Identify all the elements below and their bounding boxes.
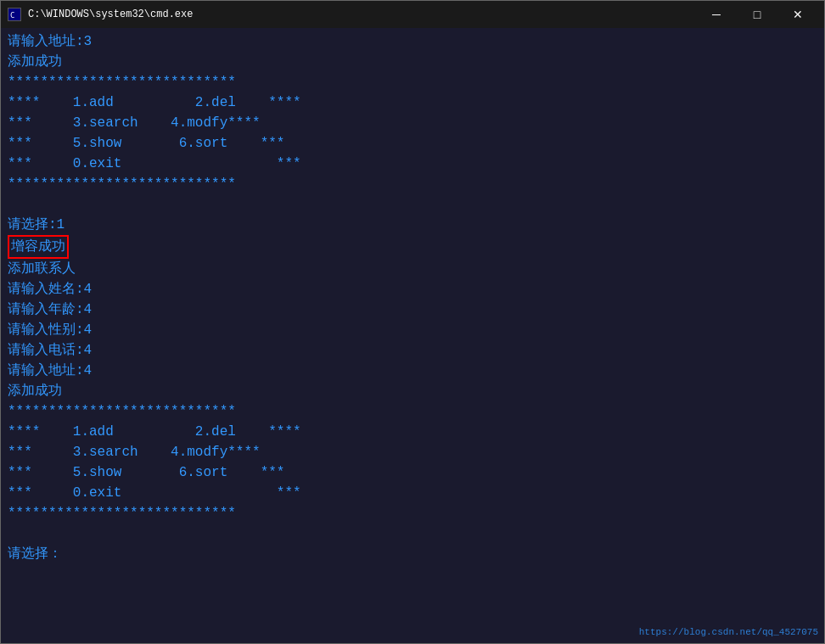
- watermark: https://blog.csdn.net/qq_4527075: [639, 627, 818, 637]
- content-area: 请输入地址:3 添加成功 ***************************…: [1, 28, 824, 643]
- line-20: *** 5.show 6.sort ***: [8, 465, 284, 480]
- line-15: 请输入地址:4: [8, 363, 92, 378]
- line-11: 请输入姓名:4: [8, 282, 92, 297]
- cmd-icon: C: [8, 8, 21, 21]
- line-17: ****************************: [8, 404, 236, 419]
- line-4: **** 1.add 2.del ****: [8, 95, 301, 110]
- line-18: **** 1.add 2.del ****: [8, 424, 301, 440]
- cmd-window: C C:\WINDOWS\system32\cmd.exe ─ □ ✕ 请输入地…: [0, 0, 825, 644]
- maximize-button[interactable]: □: [738, 1, 777, 28]
- minimize-button[interactable]: ─: [697, 1, 736, 28]
- window-controls: ─ □ ✕: [697, 1, 817, 28]
- line-5: *** 3.search 4.modfy****: [8, 115, 261, 131]
- line-21: *** 0.exit ***: [8, 485, 301, 501]
- highlight-zengrong: 增容成功: [8, 235, 69, 259]
- line-16: 添加成功: [8, 384, 62, 399]
- line-1: 请输入地址:3: [8, 34, 92, 49]
- svg-text:C: C: [10, 11, 14, 20]
- line-22: ****************************: [8, 506, 236, 521]
- close-button[interactable]: ✕: [778, 1, 817, 28]
- line-14: 请输入电话:4: [8, 343, 92, 358]
- line-13: 请输入性别:4: [8, 322, 92, 338]
- terminal-output[interactable]: 请输入地址:3 添加成功 ***************************…: [1, 28, 824, 643]
- line-10: 添加联系人: [8, 261, 76, 277]
- line-8: ****************************: [8, 176, 236, 192]
- line-9: 请选择:1: [8, 217, 65, 232]
- line-19: *** 3.search 4.modfy****: [8, 445, 261, 460]
- line-7: *** 0.exit ***: [8, 156, 301, 171]
- line-3: ****************************: [8, 75, 236, 90]
- title-bar: C C:\WINDOWS\system32\cmd.exe ─ □ ✕: [1, 1, 824, 28]
- line-23: 请选择：: [8, 546, 62, 562]
- line-2: 添加成功: [8, 54, 62, 70]
- line-12: 请输入年龄:4: [8, 302, 92, 317]
- line-6: *** 5.show 6.sort ***: [8, 136, 284, 151]
- window-title: C:\WINDOWS\system32\cmd.exe: [28, 8, 697, 20]
